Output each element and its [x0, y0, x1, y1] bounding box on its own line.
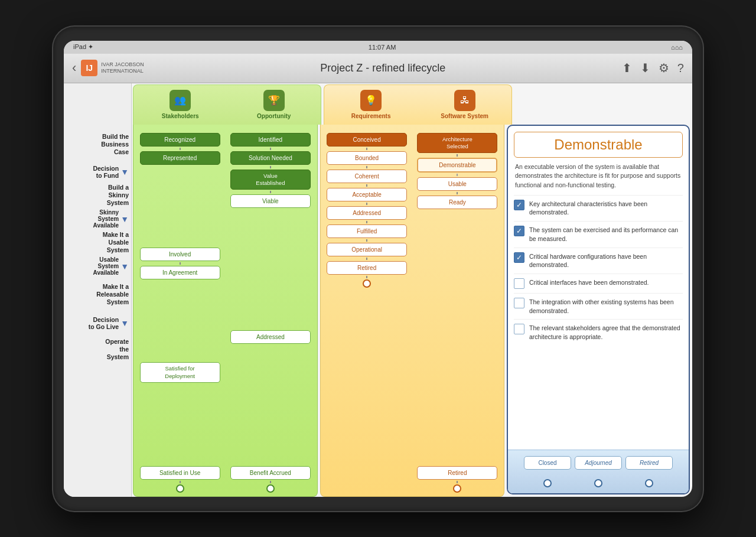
state-conceived[interactable]: Conceived	[327, 133, 407, 147]
detail-panel-wrapper: Demonstrable An executable version of th…	[507, 125, 690, 494]
settings-icon[interactable]: ⚙	[659, 61, 669, 75]
checkbox-4[interactable]	[514, 278, 524, 289]
main-content: Build theBusinessCase Decisionto Fund ▼ …	[64, 83, 692, 497]
decision-arrow-dtgl: ▼	[120, 319, 129, 327]
state-in-agreement[interactable]: In Agreement	[140, 266, 220, 279]
share-icon[interactable]: ⬆	[622, 61, 632, 75]
state-closed[interactable]: Closed	[524, 456, 571, 470]
checklist-item-6: The relevant stakeholders agree that the…	[514, 319, 683, 345]
state-addressed-req[interactable]: Addressed	[327, 206, 407, 220]
stakeholders-header: 👥 Stakeholders	[133, 85, 227, 125]
navigation-bar: ‹ IJ IVAR JACOBSON INTERNATIONAL Project…	[64, 54, 692, 83]
state-bounded[interactable]: Bounded	[327, 151, 407, 165]
state-operational-req[interactable]: Operational	[327, 243, 407, 256]
checkbox-2[interactable]: ✓	[514, 226, 524, 236]
decision-arrow-usa: ▼	[120, 262, 129, 271]
state-benefit-accrued[interactable]: Benefit Accrued	[230, 466, 311, 480]
decision-ssa: SkinnySystemAvailable ▼	[64, 212, 129, 226]
nav-right: ⬆ ⬇ ⚙ ?	[622, 61, 684, 75]
state-coherent[interactable]: Coherent	[327, 170, 407, 183]
ipad-screen: iPad ✦ 11:07 AM ⌂⌂⌂ ‹ IJ IVAR JACOBSON I…	[64, 41, 692, 497]
back-button[interactable]: ‹	[72, 60, 76, 76]
software-col: ArchitectureSelected Demonstrable Usable…	[413, 127, 502, 494]
phase-btbc: Build theBusinessCase	[64, 125, 129, 165]
state-satisfied-deployment[interactable]: Satisfied forDeployment	[140, 362, 220, 383]
state-fulfilled[interactable]: Fulfilled	[327, 224, 407, 238]
state-involved[interactable]: Involved	[140, 248, 220, 261]
phase-label-mars: Make It aReleasableSystem	[64, 281, 129, 308]
decision-dtgl: Decisionto Go Live ▼	[64, 316, 129, 330]
dot-stakeholders	[176, 484, 184, 493]
checklist-text-3: Critical hardware configurations have be…	[529, 252, 683, 269]
checklist-text-5: The integration with other existing syst…	[529, 298, 683, 315]
software-header: 🖧 Software System	[418, 85, 511, 125]
opportunity-label: Opportunity	[257, 113, 291, 120]
state-usable-sw[interactable]: Usable	[417, 177, 497, 191]
footer-spacer	[64, 369, 129, 387]
state-adjourned[interactable]: Adjourned	[575, 456, 622, 470]
checkbox-1[interactable]: ✓	[514, 200, 524, 210]
decision-label-dtf: Decisionto Fund	[93, 164, 119, 180]
stakeholders-icon: 👥	[170, 90, 191, 111]
dot-adjourned	[594, 479, 602, 487]
state-ready[interactable]: Ready	[417, 196, 497, 209]
decision-usa: UsableSystemAvailable ▼	[64, 259, 129, 274]
detail-title: Demonstrable	[554, 136, 642, 152]
decision-arrow-ssa: ▼	[120, 215, 129, 223]
download-icon[interactable]: ⬇	[640, 61, 650, 75]
state-value-established[interactable]: ValueEstablished	[230, 170, 311, 190]
checklist-item-1: ✓ Key architectural characteristics have…	[514, 195, 683, 221]
state-addressed-opp[interactable]: Addressed	[230, 330, 311, 344]
requirements-col: Conceived Bounded Coherent Acceptable Ad…	[322, 127, 412, 494]
dot-software	[453, 484, 461, 493]
checklist-text-4: Critical interfaces have been demonstrat…	[529, 278, 649, 287]
status-right: ⌂⌂⌂	[671, 44, 683, 51]
state-identified[interactable]: Identified	[230, 133, 311, 147]
state-retired-req[interactable]: Retired	[327, 261, 407, 275]
detail-panel: Demonstrable An executable version of th…	[507, 125, 690, 494]
diagram-columns: Recognized Represented Involved In Agree…	[132, 125, 506, 497]
blue-states-row: Closed Adjourned Retired	[508, 450, 689, 476]
software-label: Software System	[441, 113, 488, 120]
column-headers: 👥 Stakeholders 🏆 Opportunity 💡 Requireme…	[132, 83, 692, 125]
state-architecture-selected[interactable]: ArchitectureSelected	[417, 133, 497, 154]
state-recognized[interactable]: Recognized	[140, 133, 220, 147]
help-icon[interactable]: ?	[677, 61, 684, 75]
checklist-item-2: ✓ The system can be exercised and its pe…	[514, 221, 683, 247]
checklist-text-6: The relevant stakeholders agree that the…	[529, 324, 683, 341]
state-retired-blue[interactable]: Retired	[625, 456, 673, 470]
stakeholders-label: Stakeholders	[162, 113, 199, 120]
logo: IJ IVAR JACOBSON INTERNATIONAL	[81, 60, 144, 76]
state-viable[interactable]: Viable	[230, 194, 311, 208]
blue-header-space	[513, 83, 692, 125]
decision-dtf: Decisionto Fund ▼	[64, 165, 129, 179]
checklist-item-3: ✓ Critical hardware configurations have …	[514, 248, 683, 274]
phase-label-bss: Build aSkinnySystem	[64, 182, 129, 209]
nav-left: ‹ IJ IVAR JACOBSON INTERNATIONAL	[72, 60, 144, 76]
checkbox-6[interactable]	[514, 324, 524, 334]
state-satisfied-use[interactable]: Satisfied in Use	[140, 466, 220, 480]
phase-label-ots: OperatetheSystem	[64, 336, 129, 363]
state-represented[interactable]: Represented	[140, 151, 220, 165]
checklist-text-2: The system can be exercised and its perf…	[529, 226, 683, 243]
diagram-and-detail: Recognized Represented Involved In Agree…	[132, 125, 692, 497]
detail-description: An executable version of the system is a…	[508, 161, 689, 195]
page-title: Project Z - refined lifecycle	[320, 62, 445, 74]
checklist-text-1: Key architectural characteristics have b…	[529, 200, 683, 217]
state-demonstrable[interactable]: Demonstrable	[417, 158, 497, 173]
software-icon: 🖧	[454, 90, 475, 111]
phase-mars: Make It aReleasableSystem	[64, 274, 129, 316]
status-time: 11:07 AM	[369, 44, 396, 51]
diagram-wrapper: 👥 Stakeholders 🏆 Opportunity 💡 Requireme…	[132, 83, 692, 497]
green-header: 👥 Stakeholders 🏆 Opportunity	[133, 84, 321, 125]
checkbox-3[interactable]: ✓	[514, 252, 524, 263]
checklist-item-4: Critical interfaces have been demonstrat…	[514, 274, 683, 293]
state-retired-sw[interactable]: Retired	[417, 466, 497, 480]
dot-retired-blue	[645, 479, 653, 487]
dot-opportunity	[266, 484, 275, 493]
phase-label-btbc: Build theBusinessCase	[64, 131, 129, 158]
state-solution-needed[interactable]: Solution Needed	[230, 151, 311, 165]
opportunity-icon: 🏆	[263, 90, 285, 111]
state-acceptable[interactable]: Acceptable	[327, 188, 407, 201]
checkbox-5[interactable]	[514, 298, 524, 308]
